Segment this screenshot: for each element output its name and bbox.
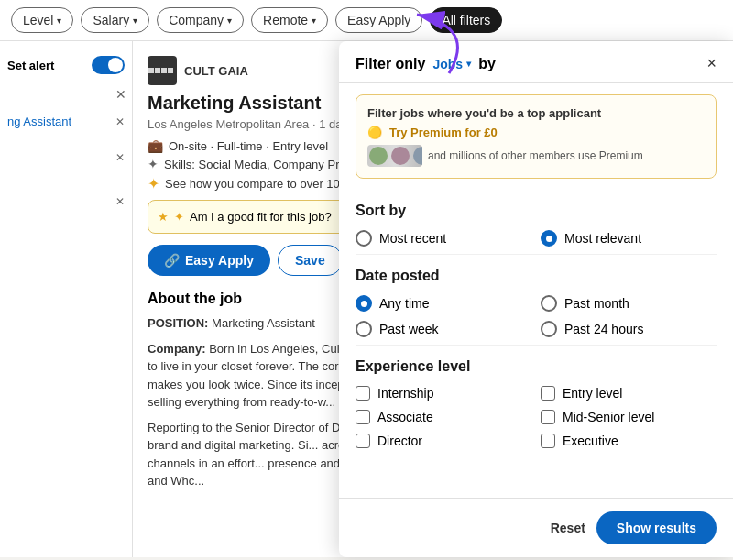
any-time-radio[interactable]	[356, 295, 372, 312]
date-posted-title: Date posted	[356, 268, 717, 284]
exp-director[interactable]: Director	[356, 434, 531, 448]
top-filter-bar: Level ▾ Salary ▾ Company ▾ Remote ▾ Easy…	[0, 0, 733, 41]
svg-rect-0	[148, 68, 154, 73]
all-filters-pill[interactable]: All filters	[430, 7, 502, 33]
past-24h-radio[interactable]	[541, 321, 557, 337]
close-sidebar-icon[interactable]: ✕	[115, 87, 126, 102]
filter-jobs-dropdown[interactable]: Jobs ▾	[432, 57, 471, 71]
date-any-time[interactable]: Any time	[356, 295, 531, 312]
company-label: Company	[169, 13, 224, 27]
set-alert-row: Set alert	[7, 52, 125, 78]
salary-chevron-icon: ▾	[133, 16, 137, 26]
most-recent-radio[interactable]	[356, 230, 372, 247]
past-24h-label: Past 24 hours	[564, 322, 643, 336]
set-alert-toggle[interactable]	[92, 56, 125, 74]
close-icon: ×	[706, 54, 717, 72]
save-button[interactable]: Save	[278, 245, 343, 276]
experience-level-section: Experience level Internship Entry level …	[356, 346, 717, 456]
mid-senior-label: Mid-Senior level	[563, 410, 654, 424]
saved-search-3: ✕	[7, 183, 125, 220]
svg-rect-3	[168, 68, 173, 73]
mid-senior-checkbox[interactable]	[541, 410, 555, 424]
internship-label: Internship	[377, 386, 433, 401]
sort-most-relevant[interactable]: Most relevant	[541, 230, 717, 247]
remote-filter-pill[interactable]: Remote ▾	[251, 7, 328, 33]
date-past-month[interactable]: Past month	[541, 295, 717, 312]
level-chevron-icon: ▾	[57, 16, 61, 26]
salary-filter-pill[interactable]: Salary ▾	[81, 7, 149, 33]
reset-button[interactable]: Reset	[551, 521, 585, 535]
any-time-label: Any time	[379, 296, 429, 311]
company-name: CULT GAIA	[184, 64, 248, 78]
premium-link[interactable]: Try Premium for £0	[389, 126, 498, 139]
job-tag-1-text: On-site · Full-time · Entry level	[169, 139, 328, 153]
close-saved-3-icon[interactable]: ✕	[115, 195, 125, 208]
past-month-label: Past month	[564, 296, 629, 311]
left-sidebar: Set alert ✕ ng Assistant ✕ ✕ ✕	[0, 41, 133, 557]
level-label: Level	[23, 13, 53, 27]
avatar-1	[369, 147, 388, 165]
most-relevant-radio[interactable]	[541, 230, 557, 247]
close-saved-1-icon[interactable]: ✕	[115, 115, 125, 128]
saved-search-1[interactable]: ng Assistant ✕	[7, 111, 125, 132]
show-results-label: Show results	[617, 521, 696, 535]
position-label: POSITION:	[148, 316, 208, 330]
exp-associate[interactable]: Associate	[356, 410, 531, 424]
remote-label: Remote	[263, 13, 308, 27]
jobs-label: Jobs	[432, 57, 463, 71]
fit-label: Am I a good fit for this job?	[190, 210, 332, 224]
date-posted-options: Any time Past month Past week Past 24 ho…	[356, 295, 717, 337]
sparkle-icon: ✦	[174, 210, 184, 224]
show-results-button[interactable]: Show results	[596, 511, 717, 544]
by-label: by	[478, 56, 496, 72]
easy-apply-icon: 🔗	[164, 253, 180, 268]
easy-apply-filter-pill[interactable]: Easy Apply	[335, 7, 422, 33]
director-label: Director	[377, 434, 422, 448]
past-month-radio[interactable]	[541, 295, 557, 312]
premium-avatars	[367, 145, 422, 167]
past-week-radio[interactable]	[356, 321, 372, 337]
exp-internship[interactable]: Internship	[356, 386, 531, 401]
exp-executive[interactable]: Executive	[541, 434, 717, 448]
exp-entry-level[interactable]: Entry level	[541, 386, 717, 401]
close-saved-2-icon[interactable]: ✕	[115, 151, 125, 164]
salary-label: Salary	[93, 13, 129, 27]
exp-mid-senior[interactable]: Mid-Senior level	[541, 410, 717, 424]
executive-checkbox[interactable]	[541, 434, 555, 448]
level-filter-pill[interactable]: Level ▾	[11, 7, 73, 33]
filter-close-button[interactable]: ×	[706, 54, 717, 73]
easy-apply-label: Easy Apply	[347, 13, 410, 27]
entry-level-checkbox[interactable]	[541, 386, 555, 401]
company-desc-label: Company:	[148, 342, 206, 356]
entry-level-label: Entry level	[563, 386, 622, 401]
premium-members-row: and millions of other members use Premiu…	[367, 145, 705, 167]
filter-footer: Reset Show results	[339, 498, 733, 557]
date-past-week[interactable]: Past week	[356, 321, 531, 337]
company-chevron-icon: ▾	[227, 16, 232, 26]
easy-apply-button[interactable]: 🔗 Easy Apply	[148, 245, 270, 276]
date-past-24h[interactable]: Past 24 hours	[541, 321, 717, 337]
filter-body: Sort by Most recent Most relevant Date p…	[339, 190, 733, 498]
experience-level-title: Experience level	[356, 358, 717, 375]
jobs-chevron-icon: ▾	[466, 59, 471, 69]
filter-title: Filter only Jobs ▾ by	[356, 56, 496, 72]
main-area: Set alert ✕ ng Assistant ✕ ✕ ✕ C	[0, 41, 733, 557]
sort-most-recent[interactable]: Most recent	[356, 230, 531, 247]
date-posted-section: Date posted Any time Past month Past wee…	[356, 255, 717, 346]
company-filter-pill[interactable]: Company ▾	[157, 7, 244, 33]
skills-icon: ✦	[148, 157, 159, 171]
sort-by-title: Sort by	[356, 203, 717, 219]
associate-label: Associate	[377, 410, 433, 424]
most-relevant-label: Most relevant	[564, 231, 641, 246]
filter-only-label: Filter only	[356, 56, 425, 72]
star-icon: ★	[158, 210, 169, 224]
premium-promo-title: Filter jobs where you'd be a top applica…	[367, 106, 705, 120]
saved-search-1-label: ng Assistant	[7, 115, 71, 128]
compare-icon: ✦	[148, 175, 159, 192]
svg-rect-2	[161, 68, 167, 73]
associate-checkbox[interactable]	[356, 410, 370, 424]
saved-search-2: ✕	[7, 139, 125, 176]
set-alert-label: Set alert	[7, 59, 54, 72]
director-checkbox[interactable]	[356, 434, 370, 448]
internship-checkbox[interactable]	[356, 386, 370, 401]
